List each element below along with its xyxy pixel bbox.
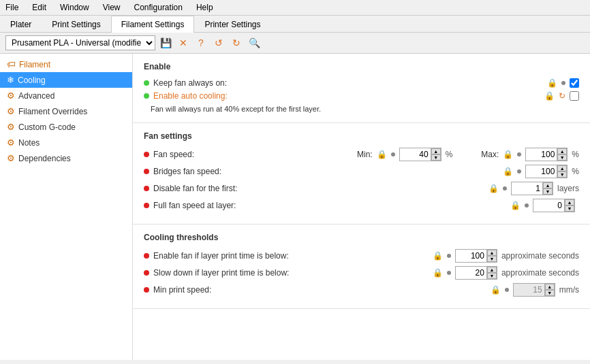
help-icon[interactable]: ? [193, 35, 208, 50]
min-print-speed-down[interactable]: ▼ [545, 290, 555, 296]
fan-speed-label: Fan speed: [153, 150, 194, 159]
enable-fan-below-label: Enable fan if layer print time is below: [153, 251, 289, 261]
slow-down-below-up[interactable]: ▲ [487, 267, 497, 273]
fan-speed-max-down[interactable]: ▼ [557, 154, 567, 161]
full-fan-dot [144, 203, 149, 208]
tab-print-settings[interactable]: Print Settings [42, 16, 110, 33]
min-print-speed-input[interactable] [514, 284, 544, 296]
full-fan-lock[interactable]: 🔒 [510, 201, 521, 210]
auto-cooling-label: Enable auto cooling: [153, 91, 228, 101]
sidebar-item-custom-gcode[interactable]: ⚙ Custom G-code [0, 119, 132, 135]
enable-fan-below-input-group: ▲ ▼ [455, 249, 497, 263]
disable-fan-lock[interactable]: 🔒 [488, 184, 499, 193]
save-icon[interactable]: 💾 [158, 35, 173, 50]
fan-speed-max-input-group: ▲ ▼ [525, 148, 568, 161]
keep-fan-lock[interactable]: 🔒 [547, 78, 557, 88]
sidebar-item-filament[interactable]: 🏷 Filament [0, 56, 132, 72]
preset-selector[interactable]: Prusament PLA - Universal (modified) [5, 35, 155, 50]
search-icon[interactable]: 🔍 [247, 35, 262, 50]
bridges-fan-unit: % [572, 167, 579, 176]
enable-fan-below-down[interactable]: ▼ [487, 256, 497, 262]
slow-down-below-dot [144, 270, 149, 276]
auto-cooling-row: Enable auto cooling: 🔒 ↻ [144, 91, 579, 101]
fan-speed-max-input[interactable] [526, 148, 557, 161]
fan-speed-min-up[interactable]: ▲ [431, 148, 441, 154]
fan-speed-max-up[interactable]: ▲ [557, 148, 567, 154]
min-print-speed-dot2 [505, 288, 509, 292]
enable-fan-below-lock[interactable]: 🔒 [433, 251, 443, 261]
slow-down-below-lock[interactable]: 🔒 [433, 268, 443, 278]
sidebar-item-advanced[interactable]: ⚙ Advanced [0, 88, 132, 103]
fan-speed-max-dot [517, 152, 521, 156]
bridges-fan-down[interactable]: ▼ [557, 171, 567, 178]
menu-configuration[interactable]: Configuration [131, 1, 185, 14]
sidebar-item-notes[interactable]: ⚙ Notes [0, 135, 132, 150]
slow-down-below-unit: approximate seconds [501, 268, 579, 278]
auto-cooling-lock[interactable]: 🔒 [544, 91, 555, 101]
sidebar-item-cooling[interactable]: ❄ Cooling [0, 72, 132, 88]
menu-edit[interactable]: Edit [29, 1, 49, 14]
bridges-fan-lock[interactable]: 🔒 [503, 167, 513, 176]
content-area: Enable Keep fan always on: 🔒 Enable auto… [133, 54, 590, 360]
fan-speed-min-input[interactable] [400, 148, 431, 161]
min-print-speed-lock[interactable]: 🔒 [491, 285, 501, 295]
tab-filament-settings[interactable]: Filament Settings [111, 16, 195, 33]
filament-overrides-icon: ⚙ [7, 106, 15, 116]
disable-fan-up[interactable]: ▲ [543, 182, 553, 188]
slow-down-below-down[interactable]: ▼ [487, 273, 497, 279]
disable-fan-down[interactable]: ▼ [543, 188, 553, 195]
full-fan-down[interactable]: ▼ [565, 205, 574, 212]
fan-speed-max-lock[interactable]: 🔒 [503, 150, 513, 159]
menu-window[interactable]: Window [57, 1, 92, 14]
tab-plater[interactable]: Plater [0, 16, 42, 33]
fan-speed-dot [144, 152, 149, 157]
disable-fan-dot [144, 186, 149, 191]
sidebar-label-notes: Notes [18, 138, 40, 148]
menu-view[interactable]: View [100, 1, 123, 14]
enable-fan-below-spinners: ▲ ▼ [486, 250, 497, 262]
disable-fan-spinners: ▲ ▼ [542, 182, 553, 195]
full-fan-up[interactable]: ▲ [565, 199, 574, 205]
disable-fan-input[interactable] [512, 182, 542, 195]
sidebar-item-dependencies[interactable]: ⚙ Dependencies [0, 150, 132, 166]
redo-icon[interactable]: ↻ [229, 35, 244, 50]
bridges-fan-input[interactable] [526, 165, 557, 178]
min-print-speed-up[interactable]: ▲ [545, 284, 555, 290]
bridges-fan-up[interactable]: ▲ [557, 165, 567, 171]
slow-down-below-dot2 [447, 271, 451, 275]
cooling-thresholds-section: Cooling thresholds Enable fan if layer p… [133, 225, 590, 309]
notes-icon: ⚙ [7, 137, 15, 148]
cooling-icon: ❄ [7, 75, 14, 85]
fan-speed-lock[interactable]: 🔒 [377, 150, 387, 159]
keep-fan-dot [144, 80, 149, 86]
close-icon[interactable]: ✕ [176, 35, 191, 50]
full-fan-label: Full fan speed at layer: [153, 201, 236, 210]
keep-fan-dot2 [561, 81, 565, 85]
sidebar-item-filament-overrides[interactable]: ⚙ Filament Overrides [0, 103, 132, 119]
tab-printer-settings[interactable]: Printer Settings [194, 16, 270, 33]
fan-speed-min-down[interactable]: ▼ [431, 154, 441, 161]
undo-icon[interactable]: ↺ [211, 35, 226, 50]
slow-down-below-input[interactable] [456, 267, 486, 279]
menubar: File Edit Window View Configuration Help [0, 0, 590, 16]
menu-file[interactable]: File [3, 1, 21, 14]
dependencies-icon: ⚙ [7, 153, 15, 163]
keep-fan-checkbox[interactable] [570, 78, 579, 88]
enable-section-title: Enable [144, 62, 579, 71]
fan-speed-dot2 [391, 152, 395, 156]
fan-speed-min-label: Min: [357, 150, 373, 159]
slow-down-below-row: Slow down if layer print time is below: … [144, 266, 579, 280]
full-fan-input[interactable] [533, 199, 564, 212]
enable-section: Enable Keep fan always on: 🔒 Enable auto… [133, 54, 590, 123]
menu-help[interactable]: Help [193, 1, 216, 14]
auto-cooling-checkbox[interactable] [570, 91, 579, 101]
enable-fan-below-input[interactable] [456, 250, 486, 262]
fan-speed-max-unit: % [572, 150, 579, 159]
enable-fan-below-up[interactable]: ▲ [487, 250, 497, 256]
min-print-speed-dot [144, 287, 149, 293]
disable-fan-unit: layers [557, 184, 579, 193]
cooling-thresholds-title: Cooling thresholds [144, 233, 579, 242]
enable-fan-below-row: Enable fan if layer print time is below:… [144, 249, 579, 263]
enable-fan-below-dot2 [447, 254, 451, 258]
auto-cooling-undo[interactable]: ↻ [559, 91, 565, 101]
